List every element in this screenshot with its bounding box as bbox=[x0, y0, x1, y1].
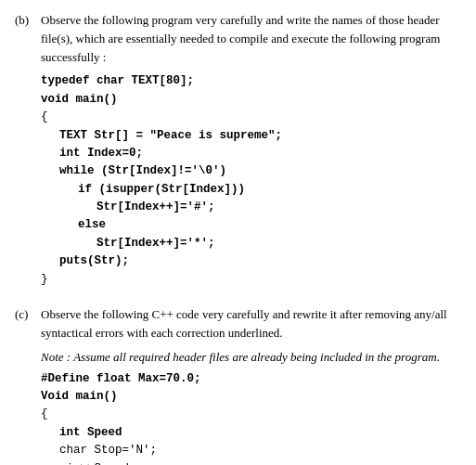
c-code-line-3: int Speed bbox=[41, 424, 461, 442]
code-line-5: while (Str[Index]!='\0') bbox=[41, 162, 461, 180]
code-line-2: { bbox=[41, 109, 461, 126]
question-b-label: (b) bbox=[15, 11, 41, 292]
code-line-1: void main() bbox=[41, 91, 461, 109]
question-b-description: Observe the following program very caref… bbox=[41, 11, 461, 67]
question-b-code: typedef char TEXT[80]; void main() { TEX… bbox=[41, 72, 461, 289]
code-line-4: int Index=0; bbox=[41, 145, 461, 162]
question-c-note: Note : Assume all required header files … bbox=[41, 348, 461, 367]
code-line-7: Str[Index++]='#'; bbox=[41, 199, 461, 216]
code-line-10: puts(Str); bbox=[41, 252, 461, 270]
question-c-label: (c) bbox=[15, 305, 41, 465]
question-c-content: Observe the following C++ code very care… bbox=[41, 305, 461, 465]
question-c-code: #Define float Max=70.0; Void main() { in… bbox=[41, 370, 461, 465]
question-b: (b) Observe the following program very c… bbox=[15, 11, 461, 292]
c-code-line-5: cin>>Speed; bbox=[41, 460, 461, 465]
code-line-8: else bbox=[41, 216, 461, 234]
c-code-line-1: Void main() bbox=[41, 388, 461, 406]
code-line-6: if (isupper(Str[Index])) bbox=[41, 181, 461, 199]
question-c-description: Observe the following C++ code very care… bbox=[41, 305, 461, 342]
code-line-0: typedef char TEXT[80]; bbox=[41, 72, 461, 90]
page-container: (b) Observe the following program very c… bbox=[15, 11, 461, 465]
c-code-line-4: char Stop='N'; bbox=[41, 442, 461, 459]
code-line-9: Str[Index++]='*'; bbox=[41, 235, 461, 252]
question-c: (c) Observe the following C++ code very … bbox=[15, 305, 461, 465]
question-b-content: Observe the following program very caref… bbox=[41, 11, 461, 292]
c-code-line-2: { bbox=[41, 406, 461, 423]
code-line-11: } bbox=[41, 271, 461, 289]
c-code-line-0: #Define float Max=70.0; bbox=[41, 370, 461, 388]
code-line-3: TEXT Str[] = "Peace is supreme"; bbox=[41, 127, 461, 145]
